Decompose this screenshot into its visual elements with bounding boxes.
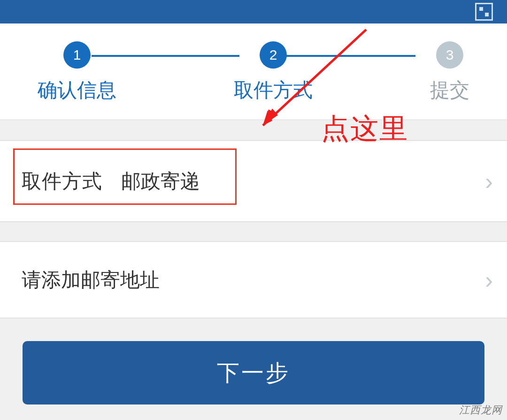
- pickup-method-label: 取件方式: [22, 168, 102, 194]
- pickup-method-row[interactable]: 取件方式 邮政寄递 ›: [0, 140, 507, 222]
- add-address-row[interactable]: 请添加邮寄地址 ›: [0, 241, 507, 319]
- step-2-label: 取件方式: [234, 77, 313, 103]
- next-button[interactable]: 下一步: [23, 341, 484, 404]
- step-2-circle: 2: [260, 41, 287, 69]
- step-1: 1 确认信息: [38, 41, 116, 103]
- add-address-placeholder: 请添加邮寄地址: [22, 267, 160, 293]
- step-1-label: 确认信息: [38, 77, 116, 103]
- title-bar: [0, 0, 507, 23]
- qr-icon[interactable]: [475, 3, 493, 21]
- watermark: 江西龙网: [459, 403, 502, 417]
- chevron-right-icon: ›: [485, 266, 493, 294]
- step-3-circle: 3: [436, 41, 463, 69]
- pickup-method-value: 邮政寄递: [121, 168, 200, 194]
- chevron-right-icon: ›: [485, 168, 493, 195]
- step-2: 2 取件方式: [234, 41, 313, 103]
- step-1-circle: 1: [63, 41, 91, 69]
- step-3: 3 提交: [430, 41, 469, 103]
- progress-steps: 1 确认信息 2 取件方式 3 提交: [0, 23, 507, 120]
- step-3-label: 提交: [430, 77, 469, 103]
